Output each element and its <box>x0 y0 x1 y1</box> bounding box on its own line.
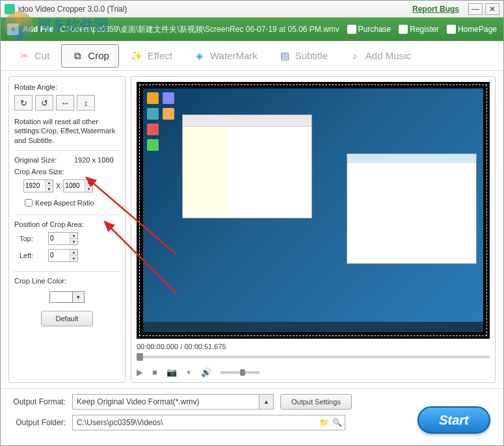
volume-icon[interactable]: 🔊 <box>201 367 211 377</box>
top-input[interactable]: ▲▼ <box>48 232 78 245</box>
crop-sidebar: Rotate Angle: ↻ ↺ ↔ ↕ Rotation will rese… <box>8 76 126 383</box>
tab-bar: ✂Cut ⧉Crop ✨Effect ◈WaterMark ▤Subtitle … <box>1 41 503 71</box>
left-label: Left: <box>20 252 46 259</box>
flip-v-button[interactable]: ↕ <box>77 95 95 111</box>
crop-line-color-label: Crop Line Color: <box>14 277 120 285</box>
music-icon: ♪ <box>349 49 362 62</box>
report-bugs-link[interactable]: Report Bugs <box>412 5 459 14</box>
scissors-icon: ✂ <box>18 49 31 62</box>
default-button[interactable]: Default <box>41 311 93 326</box>
play-button[interactable]: ▶ <box>137 367 143 377</box>
chevron-up-icon: ▲ <box>259 395 273 409</box>
folder-icon[interactable]: 📁 <box>319 417 329 428</box>
tab-addmusic[interactable]: ♪Add Music <box>339 44 420 68</box>
register-link[interactable]: Register <box>399 25 439 34</box>
crop-rectangle[interactable] <box>139 85 487 336</box>
add-icon: + <box>7 23 19 35</box>
rotate-note: Rotation will reset all other settings:C… <box>14 117 120 145</box>
crop-area-label: Crop Area Size: <box>14 168 120 176</box>
snapshot-menu[interactable]: ▼ <box>186 369 192 376</box>
keep-aspect-checkbox[interactable] <box>25 199 33 207</box>
crop-line-color-picker[interactable]: ▾ <box>73 291 85 303</box>
watermark-icon: ◈ <box>193 49 206 62</box>
tab-watermark[interactable]: ◈WaterMark <box>184 44 267 68</box>
home-icon <box>447 25 456 34</box>
timecode: 00:00:00.000 / 00:00:51.675 <box>137 343 490 350</box>
output-format-select[interactable]: Keep Original Video Format(*.wmv)▲ <box>72 394 274 410</box>
rotate-label: Rotate Angle: <box>14 83 120 91</box>
file-path: C:\Users\pc0359\桌面\新建文件夹\新视频\ScreenRec 0… <box>60 24 347 35</box>
stop-button[interactable]: ■ <box>152 367 157 377</box>
original-size-label: Original Size: <box>14 156 72 164</box>
cart-icon <box>347 25 356 34</box>
crop-line-color-swatch <box>49 291 73 303</box>
rotate-cw-button[interactable]: ↻ <box>14 95 33 111</box>
homepage-link[interactable]: HomePage <box>447 25 497 34</box>
original-size-value: 1920 x 1080 <box>74 156 114 164</box>
output-settings-button[interactable]: Output Settings <box>280 394 352 410</box>
addfile-button[interactable]: Add File <box>23 25 53 34</box>
key-icon <box>399 25 408 34</box>
crop-icon: ⧉ <box>71 49 84 62</box>
minimize-button[interactable]: — <box>468 3 483 15</box>
subtitle-icon: ▤ <box>278 49 291 62</box>
search-icon[interactable]: 🔍 <box>332 417 342 428</box>
tab-subtitle[interactable]: ▤Subtitle <box>269 44 337 68</box>
crop-height-input[interactable]: ▲▼ <box>63 179 93 192</box>
keep-aspect-label: Keep Aspect Ratio <box>35 199 94 207</box>
snapshot-button[interactable]: 📷 <box>166 367 177 377</box>
close-button[interactable]: ✕ <box>485 3 499 15</box>
volume-slider[interactable] <box>220 371 259 374</box>
purchase-link[interactable]: Purchase <box>347 25 391 34</box>
tab-cut[interactable]: ✂Cut <box>8 44 59 68</box>
wand-icon: ✨ <box>131 49 144 62</box>
preview-pane: 00:00:00.000 / 00:00:51.675 ▶ ■ 📷 ▼ 🔊 <box>131 76 496 383</box>
addfile-bar: + Add File C:\Users\pc0359\桌面\新建文件夹\新视频\… <box>1 18 503 41</box>
app-icon <box>5 4 15 14</box>
video-preview[interactable] <box>137 82 490 339</box>
tab-crop[interactable]: ⧉Crop <box>61 44 119 68</box>
crop-width-input[interactable]: ▲▼ <box>23 179 53 192</box>
output-folder-input[interactable]: C:\Users\pc0359\Videos\ 📁🔍 <box>72 415 345 430</box>
top-label: Top: <box>20 235 46 243</box>
seek-slider[interactable] <box>137 353 490 361</box>
left-input[interactable]: ▲▼ <box>48 249 78 262</box>
titlebar: idoo Video Cropper 3.0.0 (Trial) Report … <box>1 1 503 18</box>
rotate-ccw-button[interactable]: ↺ <box>35 95 53 111</box>
output-format-label: Output Format: <box>8 397 66 406</box>
flip-h-button[interactable]: ↔ <box>56 95 74 111</box>
output-folder-label: Output Folder: <box>8 418 66 427</box>
app-title: idoo Video Cropper 3.0.0 (Trial) <box>18 5 412 14</box>
start-button[interactable]: Start <box>418 406 490 434</box>
tab-effect[interactable]: ✨Effect <box>122 44 181 68</box>
position-label: Position of Crop Area: <box>14 220 120 228</box>
